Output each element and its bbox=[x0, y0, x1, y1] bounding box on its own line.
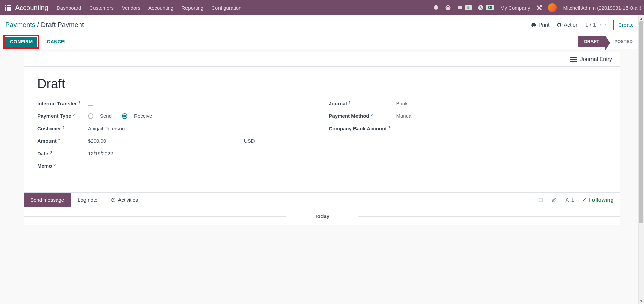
activities-count: 36 bbox=[486, 5, 494, 10]
gear-icon bbox=[556, 22, 562, 28]
main-navbar: Accounting Dashboard Customers Vendors A… bbox=[0, 0, 644, 15]
book-icon[interactable] bbox=[538, 197, 543, 203]
highlight-box: CONFIRM bbox=[3, 35, 39, 49]
label-payment-method: Payment Method bbox=[329, 113, 369, 119]
clock-icon bbox=[478, 5, 484, 11]
print-icon bbox=[531, 22, 536, 28]
user-avatar[interactable] bbox=[548, 3, 557, 12]
help-icon[interactable]: ? bbox=[388, 126, 391, 130]
discuss-count: 5 bbox=[465, 5, 472, 10]
user-name[interactable]: Mitchell Admin (22019931-16-0-all) bbox=[563, 5, 641, 11]
help-icon[interactable]: ? bbox=[73, 113, 75, 117]
breadcrumb-sep: / bbox=[37, 21, 41, 28]
attachment-icon[interactable] bbox=[551, 197, 557, 203]
log-note-button[interactable]: Log note bbox=[71, 193, 104, 207]
user-icon bbox=[565, 198, 570, 202]
scroll-up-icon[interactable]: ▲ bbox=[639, 15, 644, 21]
customer-value[interactable]: Abigail Peterson bbox=[88, 126, 125, 131]
chat-icon bbox=[457, 5, 463, 11]
nav-menu: Dashboard Customers Vendors Accounting R… bbox=[57, 5, 241, 11]
date-value[interactable]: 12/19/2022 bbox=[88, 150, 113, 156]
control-bar: Payments / Draft Payment Print Action 1 … bbox=[0, 15, 644, 34]
svg-point-1 bbox=[567, 198, 568, 200]
label-send: Send bbox=[100, 113, 112, 119]
create-button[interactable]: Create bbox=[613, 20, 639, 30]
payment-method-value[interactable]: Manual bbox=[396, 113, 413, 119]
scroll-thumb[interactable] bbox=[639, 21, 643, 223]
app-name[interactable]: Accounting bbox=[15, 4, 48, 12]
send-message-button[interactable]: Send message bbox=[24, 193, 71, 207]
action-button[interactable]: Action bbox=[556, 22, 578, 28]
scrollbar[interactable]: ▲ ▼ bbox=[638, 15, 644, 239]
help-icon[interactable]: ? bbox=[53, 163, 56, 167]
journal-value[interactable]: Bank bbox=[396, 101, 408, 106]
pager: 1 / 1 ‹ › bbox=[585, 21, 607, 28]
label-payment-type: Payment Type bbox=[37, 113, 71, 119]
discuss-button[interactable]: 5 bbox=[457, 5, 472, 11]
today-separator: Today bbox=[24, 207, 620, 225]
label-memo: Memo bbox=[37, 163, 52, 169]
company-switcher[interactable]: My Company bbox=[500, 5, 530, 11]
breadcrumb-current: Draft Payment bbox=[41, 21, 84, 28]
help-icon[interactable]: ? bbox=[58, 138, 60, 142]
nav-accounting[interactable]: Accounting bbox=[148, 5, 173, 11]
internal-transfer-checkbox[interactable] bbox=[88, 101, 93, 106]
nav-reporting[interactable]: Reporting bbox=[181, 5, 203, 11]
help-icon[interactable]: ? bbox=[78, 101, 81, 105]
followers-button[interactable]: 1 bbox=[565, 197, 574, 203]
following-button[interactable]: ✓ Following bbox=[582, 197, 614, 203]
label-internal-transfer: Internal Transfer bbox=[37, 101, 77, 106]
radio-send[interactable] bbox=[88, 113, 93, 119]
cancel-button[interactable]: CANCEL bbox=[42, 37, 72, 47]
bug-icon[interactable] bbox=[433, 5, 439, 11]
label-company-bank: Company Bank Account bbox=[329, 126, 387, 131]
list-icon bbox=[570, 57, 577, 62]
help-icon[interactable]: ? bbox=[348, 101, 351, 105]
confirm-button[interactable]: CONFIRM bbox=[5, 37, 37, 47]
help-icon[interactable]: ? bbox=[62, 126, 65, 130]
label-date: Date bbox=[37, 150, 48, 156]
check-icon: ✓ bbox=[582, 197, 586, 203]
nav-configuration[interactable]: Configuration bbox=[211, 5, 241, 11]
stage-posted[interactable]: POSTED bbox=[605, 36, 639, 47]
chatter: Send message Log note Activities 1 ✓ Fol… bbox=[24, 193, 620, 225]
status-bar: CONFIRM CANCEL DRAFT POSTED bbox=[0, 34, 644, 49]
apps-icon[interactable] bbox=[5, 5, 11, 11]
activities-button[interactable]: 36 bbox=[478, 5, 494, 11]
clock-icon bbox=[111, 198, 116, 202]
breadcrumb-parent[interactable]: Payments bbox=[5, 21, 35, 28]
journal-entry-button[interactable]: Journal Entry bbox=[570, 56, 612, 62]
print-button[interactable]: Print bbox=[531, 22, 549, 28]
label-customer: Customer bbox=[37, 126, 61, 131]
status-stages: DRAFT POSTED bbox=[578, 36, 639, 47]
breadcrumb: Payments / Draft Payment bbox=[5, 21, 84, 29]
label-receive: Receive bbox=[134, 113, 152, 119]
page-title: Draft bbox=[37, 77, 607, 91]
activities-tab-button[interactable]: Activities bbox=[104, 193, 145, 207]
help-icon[interactable]: ? bbox=[50, 150, 52, 155]
label-journal: Journal bbox=[329, 101, 347, 106]
nav-vendors[interactable]: Vendors bbox=[122, 5, 140, 11]
tools-icon[interactable] bbox=[536, 5, 542, 11]
label-amount: Amount bbox=[37, 138, 57, 144]
nav-dashboard[interactable]: Dashboard bbox=[57, 5, 81, 11]
pager-prev[interactable]: ‹ bbox=[599, 21, 601, 28]
radio-receive[interactable] bbox=[122, 113, 127, 119]
amount-value[interactable]: $200.00 bbox=[88, 138, 106, 144]
help-icon[interactable]: ? bbox=[371, 113, 373, 117]
pager-next[interactable]: › bbox=[605, 21, 607, 28]
support-icon[interactable] bbox=[445, 5, 451, 11]
form-card: Journal Entry Draft Internal Transfer? P… bbox=[24, 52, 620, 193]
nav-customers[interactable]: Customers bbox=[89, 5, 114, 11]
currency-value[interactable]: USD bbox=[244, 138, 315, 144]
stage-draft[interactable]: DRAFT bbox=[578, 36, 605, 47]
pager-text[interactable]: 1 / 1 bbox=[585, 22, 596, 28]
